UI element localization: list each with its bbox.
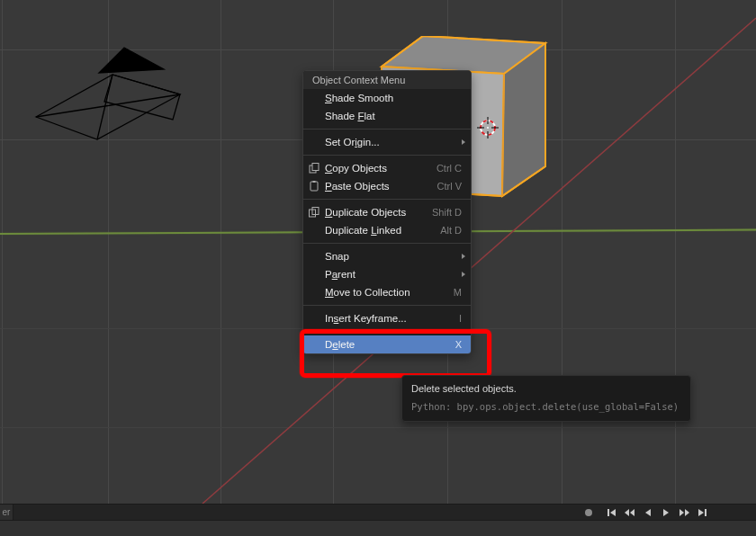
svg-rect-19 — [310, 182, 318, 191]
object-context-menu: Object Context Menu Shade Smooth Shade F… — [302, 70, 472, 354]
keyframe-prev-button[interactable] — [621, 506, 639, 519]
menu-shade-smooth[interactable]: Shade Smooth — [303, 89, 471, 107]
menu-item-label: Delete — [325, 339, 448, 350]
svg-marker-25 — [625, 509, 629, 516]
tooltip: Delete selected objects. Python: bpy.ops… — [401, 375, 691, 422]
svg-marker-9 — [99, 48, 164, 73]
camera-object[interactable] — [18, 31, 243, 197]
submenu-arrow-icon — [462, 254, 465, 259]
play-reverse-button[interactable] — [639, 506, 657, 519]
svg-marker-28 — [663, 509, 669, 516]
playback-controls — [580, 505, 756, 520]
menu-copy-objects[interactable]: Copy Objects Ctrl C — [303, 159, 471, 177]
menu-item-label: Snap — [325, 251, 462, 262]
svg-marker-6 — [36, 75, 180, 139]
menu-shortcut: Alt D — [440, 225, 462, 236]
play-button[interactable] — [657, 506, 675, 519]
keyframe-next-button[interactable] — [675, 506, 693, 519]
context-menu-title: Object Context Menu — [303, 71, 471, 89]
auto-keying-button[interactable] — [580, 506, 598, 519]
menu-item-label: Duplicate Objects — [325, 207, 425, 218]
menu-shortcut: X — [455, 339, 462, 350]
svg-rect-18 — [312, 164, 319, 171]
menu-duplicate-linked[interactable]: Duplicate Linked Alt D — [303, 221, 471, 239]
svg-rect-20 — [313, 181, 316, 183]
duplicate-icon — [307, 205, 321, 219]
svg-marker-31 — [698, 509, 704, 516]
svg-marker-24 — [610, 509, 616, 516]
record-icon — [585, 509, 592, 516]
panel-corner-left[interactable]: er — [0, 505, 14, 520]
menu-item-label: Insert Keyframe... — [325, 313, 452, 324]
menu-parent[interactable]: Parent — [303, 265, 471, 283]
svg-rect-32 — [705, 509, 706, 516]
svg-rect-23 — [608, 509, 609, 516]
jump-to-start-button[interactable] — [603, 506, 621, 519]
submenu-arrow-icon — [462, 139, 465, 145]
svg-marker-30 — [685, 509, 689, 516]
menu-shortcut: M — [454, 287, 462, 298]
menu-shortcut: Ctrl C — [436, 163, 462, 174]
menu-item-label: Copy Objects — [325, 163, 429, 174]
svg-marker-26 — [630, 509, 634, 516]
paste-icon — [307, 179, 321, 193]
bottom-bars: er — [0, 504, 756, 536]
tooltip-python: Python: bpy.ops.object.delete(use_global… — [411, 401, 681, 412]
menu-duplicate-objects[interactable]: Duplicate Objects Shift D — [303, 203, 471, 221]
menu-shade-flat[interactable]: Shade Flat — [303, 107, 471, 125]
tooltip-description: Delete selected objects. — [411, 383, 681, 394]
menu-item-label: Set Origin... — [325, 137, 462, 147]
menu-item-label: Parent — [325, 269, 462, 280]
menu-set-origin[interactable]: Set Origin... — [303, 133, 471, 151]
menu-item-label: Shade Flat — [325, 111, 462, 121]
menu-item-label: Paste Objects — [325, 181, 430, 192]
menu-snap[interactable]: Snap — [303, 247, 471, 265]
menu-item-label: Duplicate Linked — [325, 225, 433, 236]
submenu-arrow-icon — [462, 272, 465, 277]
status-bar — [0, 520, 756, 536]
menu-shortcut: Ctrl V — [437, 181, 463, 192]
svg-marker-29 — [680, 509, 684, 516]
svg-marker-27 — [645, 509, 651, 516]
timeline-header[interactable]: er — [0, 504, 756, 520]
menu-delete[interactable]: Delete X — [303, 335, 471, 353]
menu-item-label: Move to Collection — [325, 287, 446, 298]
copy-icon — [307, 161, 321, 175]
menu-shortcut: I — [459, 313, 462, 324]
menu-item-label: Shade Smooth — [325, 93, 462, 103]
jump-to-end-button[interactable] — [693, 506, 711, 519]
menu-insert-keyframe[interactable]: Insert Keyframe... I — [303, 309, 471, 327]
menu-move-to-collection[interactable]: Move to Collection M — [303, 283, 471, 301]
menu-paste-objects[interactable]: Paste Objects Ctrl V — [303, 177, 471, 195]
menu-shortcut: Shift D — [432, 207, 462, 218]
